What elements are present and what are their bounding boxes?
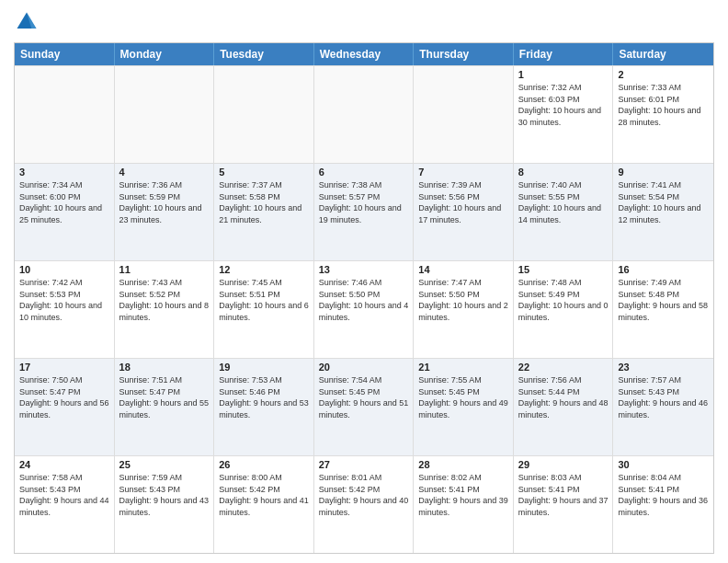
day-number: 12 [219,264,309,275]
day-info: Sunrise: 8:03 AM Sunset: 5:41 PM Dayligh… [518,472,609,518]
calendar-row-1: 3Sunrise: 7:34 AM Sunset: 6:00 PM Daylig… [15,163,713,260]
day-info: Sunrise: 8:02 AM Sunset: 5:41 PM Dayligh… [418,472,508,518]
weekday-header-sunday: Sunday [15,43,115,65]
day-info: Sunrise: 7:46 AM Sunset: 5:50 PM Dayligh… [319,277,409,323]
calendar-header: SundayMondayTuesdayWednesdayThursdayFrid… [15,43,713,65]
day-info: Sunrise: 7:37 AM Sunset: 5:58 PM Dayligh… [219,179,309,225]
weekday-header-friday: Friday [514,43,614,65]
day-number: 30 [618,459,709,470]
day-cell-6: 6Sunrise: 7:38 AM Sunset: 5:57 PM Daylig… [314,164,415,260]
day-info: Sunrise: 8:01 AM Sunset: 5:42 PM Dayligh… [319,472,409,518]
day-cell-20: 20Sunrise: 7:54 AM Sunset: 5:45 PM Dayli… [314,359,415,455]
day-number: 26 [219,459,309,470]
day-cell-22: 22Sunrise: 7:56 AM Sunset: 5:44 PM Dayli… [514,359,614,455]
day-info: Sunrise: 7:45 AM Sunset: 5:51 PM Dayligh… [219,277,309,323]
day-number: 11 [119,264,210,275]
day-info: Sunrise: 7:56 AM Sunset: 5:44 PM Dayligh… [518,374,609,420]
day-number: 3 [19,167,109,178]
day-info: Sunrise: 7:54 AM Sunset: 5:45 PM Dayligh… [319,374,409,420]
day-info: Sunrise: 7:53 AM Sunset: 5:46 PM Dayligh… [219,374,309,420]
day-number: 1 [518,69,609,80]
day-cell-9: 9Sunrise: 7:41 AM Sunset: 5:54 PM Daylig… [613,164,713,260]
day-info: Sunrise: 7:48 AM Sunset: 5:49 PM Dayligh… [518,277,609,323]
day-number: 17 [19,362,109,373]
day-info: Sunrise: 8:04 AM Sunset: 5:41 PM Dayligh… [618,472,709,518]
day-number: 25 [119,459,210,470]
day-cell-10: 10Sunrise: 7:42 AM Sunset: 5:53 PM Dayli… [15,261,115,358]
empty-cell [314,66,415,163]
day-cell-19: 19Sunrise: 7:53 AM Sunset: 5:46 PM Dayli… [214,359,314,455]
day-info: Sunrise: 7:39 AM Sunset: 5:56 PM Dayligh… [418,179,508,225]
weekday-header-saturday: Saturday [613,43,713,65]
day-cell-4: 4Sunrise: 7:36 AM Sunset: 5:59 PM Daylig… [115,164,215,260]
day-number: 22 [518,362,609,373]
header [14,9,714,35]
day-cell-24: 24Sunrise: 7:58 AM Sunset: 5:43 PM Dayli… [15,456,115,553]
day-info: Sunrise: 7:43 AM Sunset: 5:52 PM Dayligh… [119,277,210,323]
weekday-header-thursday: Thursday [414,43,514,65]
day-cell-26: 26Sunrise: 8:00 AM Sunset: 5:42 PM Dayli… [214,456,314,553]
day-info: Sunrise: 7:58 AM Sunset: 5:43 PM Dayligh… [19,472,109,518]
logo [14,9,43,35]
day-number: 13 [319,264,409,275]
day-number: 19 [219,362,309,373]
page: SundayMondayTuesdayWednesdayThursdayFrid… [0,0,728,563]
day-number: 7 [418,167,508,178]
day-info: Sunrise: 7:32 AM Sunset: 6:03 PM Dayligh… [518,82,609,128]
day-cell-1: 1Sunrise: 7:32 AM Sunset: 6:03 PM Daylig… [514,66,614,163]
day-info: Sunrise: 7:51 AM Sunset: 5:47 PM Dayligh… [119,374,210,420]
day-info: Sunrise: 7:49 AM Sunset: 5:48 PM Dayligh… [618,277,709,323]
empty-cell [414,66,514,163]
calendar: SundayMondayTuesdayWednesdayThursdayFrid… [14,42,714,554]
day-number: 18 [119,362,210,373]
day-number: 21 [418,362,508,373]
weekday-header-monday: Monday [115,43,215,65]
day-info: Sunrise: 7:40 AM Sunset: 5:55 PM Dayligh… [518,179,609,225]
day-info: Sunrise: 7:50 AM Sunset: 5:47 PM Dayligh… [19,374,109,420]
day-cell-2: 2Sunrise: 7:33 AM Sunset: 6:01 PM Daylig… [613,66,713,163]
day-cell-21: 21Sunrise: 7:55 AM Sunset: 5:45 PM Dayli… [414,359,514,455]
day-number: 16 [618,264,709,275]
calendar-row-0: 1Sunrise: 7:32 AM Sunset: 6:03 PM Daylig… [15,65,713,163]
day-info: Sunrise: 7:34 AM Sunset: 6:00 PM Dayligh… [19,179,109,225]
day-cell-3: 3Sunrise: 7:34 AM Sunset: 6:00 PM Daylig… [15,164,115,260]
empty-cell [15,66,115,163]
logo-icon [14,9,40,35]
weekday-header-wednesday: Wednesday [314,43,415,65]
day-number: 29 [518,459,609,470]
day-cell-23: 23Sunrise: 7:57 AM Sunset: 5:43 PM Dayli… [613,359,713,455]
day-number: 2 [618,69,709,80]
day-cell-28: 28Sunrise: 8:02 AM Sunset: 5:41 PM Dayli… [414,456,514,553]
day-cell-30: 30Sunrise: 8:04 AM Sunset: 5:41 PM Dayli… [613,456,713,553]
day-cell-8: 8Sunrise: 7:40 AM Sunset: 5:55 PM Daylig… [514,164,614,260]
day-cell-17: 17Sunrise: 7:50 AM Sunset: 5:47 PM Dayli… [15,359,115,455]
empty-cell [214,66,314,163]
day-cell-29: 29Sunrise: 8:03 AM Sunset: 5:41 PM Dayli… [514,456,614,553]
day-number: 4 [119,167,210,178]
day-info: Sunrise: 7:41 AM Sunset: 5:54 PM Dayligh… [618,179,709,225]
day-cell-27: 27Sunrise: 8:01 AM Sunset: 5:42 PM Dayli… [314,456,415,553]
day-info: Sunrise: 7:59 AM Sunset: 5:43 PM Dayligh… [119,472,210,518]
calendar-row-2: 10Sunrise: 7:42 AM Sunset: 5:53 PM Dayli… [15,260,713,358]
day-cell-13: 13Sunrise: 7:46 AM Sunset: 5:50 PM Dayli… [314,261,415,358]
day-number: 8 [518,167,609,178]
day-cell-16: 16Sunrise: 7:49 AM Sunset: 5:48 PM Dayli… [613,261,713,358]
day-info: Sunrise: 7:33 AM Sunset: 6:01 PM Dayligh… [618,82,709,128]
day-cell-5: 5Sunrise: 7:37 AM Sunset: 5:58 PM Daylig… [214,164,314,260]
day-info: Sunrise: 7:55 AM Sunset: 5:45 PM Dayligh… [418,374,508,420]
day-cell-12: 12Sunrise: 7:45 AM Sunset: 5:51 PM Dayli… [214,261,314,358]
day-number: 10 [19,264,109,275]
day-info: Sunrise: 7:38 AM Sunset: 5:57 PM Dayligh… [319,179,409,225]
day-info: Sunrise: 7:36 AM Sunset: 5:59 PM Dayligh… [119,179,210,225]
day-number: 15 [518,264,609,275]
empty-cell [115,66,215,163]
day-number: 6 [319,167,409,178]
day-number: 24 [19,459,109,470]
day-cell-7: 7Sunrise: 7:39 AM Sunset: 5:56 PM Daylig… [414,164,514,260]
day-number: 27 [319,459,409,470]
day-info: Sunrise: 7:42 AM Sunset: 5:53 PM Dayligh… [19,277,109,323]
calendar-row-4: 24Sunrise: 7:58 AM Sunset: 5:43 PM Dayli… [15,455,713,553]
day-number: 28 [418,459,508,470]
day-number: 5 [219,167,309,178]
day-number: 9 [618,167,709,178]
